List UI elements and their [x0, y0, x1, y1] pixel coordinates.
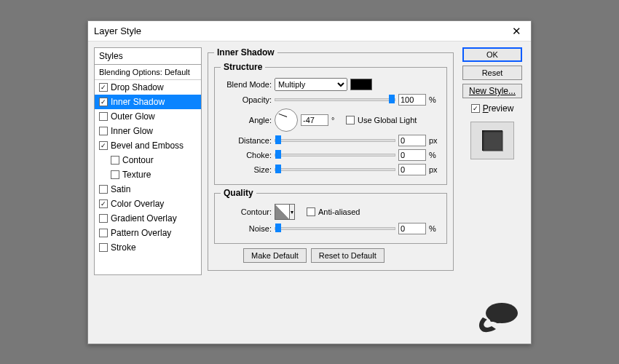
style-label: Color Overlay	[111, 199, 164, 209]
style-checkbox[interactable]	[99, 243, 108, 252]
style-checkbox[interactable]	[99, 141, 108, 150]
opacity-input[interactable]	[398, 94, 426, 106]
use-global-light-label: Use Global Light	[358, 116, 417, 124]
svg-rect-2	[496, 304, 500, 323]
style-item-color-overlay[interactable]: Color Overlay	[95, 197, 201, 211]
noise-input[interactable]	[398, 223, 426, 234]
size-label: Size:	[221, 165, 272, 174]
preview-label: Preview	[483, 103, 514, 114]
style-checkbox[interactable]	[111, 156, 119, 165]
style-label: Outer Glow	[111, 111, 155, 122]
style-item-pattern-overlay[interactable]: Pattern Overlay	[95, 226, 201, 240]
opacity-unit: %	[429, 95, 441, 104]
opacity-slider[interactable]	[275, 98, 395, 101]
choke-input[interactable]	[398, 149, 426, 161]
style-label: Satin	[111, 184, 130, 194]
style-item-satin[interactable]: Satin	[95, 182, 201, 197]
style-label: Contour	[122, 155, 154, 165]
right-panel: OK Reset New Style... Preview	[460, 47, 525, 275]
make-default-button[interactable]: Make Default	[243, 248, 307, 263]
angle-label: Angle:	[221, 116, 272, 124]
dialog-title: Layer Style	[94, 25, 141, 36]
panel-title: Inner Shadow	[214, 47, 277, 58]
style-checkbox[interactable]	[99, 127, 108, 135]
distance-label: Distance:	[221, 136, 272, 145]
use-global-light-checkbox[interactable]	[346, 116, 355, 124]
shadow-color-swatch[interactable]	[350, 79, 372, 90]
size-unit: px	[429, 165, 441, 174]
close-icon[interactable]: ✕	[508, 23, 525, 40]
style-item-contour[interactable]: Contour	[95, 153, 201, 167]
quality-title: Quality	[221, 188, 256, 198]
style-checkbox[interactable]	[111, 170, 119, 179]
blend-mode-label: Blend Mode:	[221, 80, 272, 89]
style-checkbox[interactable]	[99, 185, 108, 194]
structure-title: Structure	[221, 62, 265, 72]
choke-label: Choke:	[221, 151, 272, 159]
style-label: Texture	[122, 170, 151, 180]
style-item-outer-glow[interactable]: Outer Glow	[95, 109, 201, 124]
style-item-drop-shadow[interactable]: Drop Shadow	[95, 80, 201, 95]
noise-unit: %	[429, 224, 441, 233]
reset-to-default-button[interactable]: Reset to Default	[311, 248, 385, 263]
preview-checkbox[interactable]	[471, 104, 480, 113]
choke-unit: %	[429, 151, 441, 159]
noise-label: Noise:	[221, 224, 272, 233]
chevron-down-icon[interactable]: ▾	[289, 205, 294, 219]
structure-group: Structure Blend Mode: Multiply Opacity: …	[214, 62, 447, 185]
style-checkbox[interactable]	[99, 214, 108, 223]
antialiased-checkbox[interactable]	[307, 207, 315, 216]
watermark-logo	[470, 297, 522, 336]
blending-options[interactable]: Blending Options: Default	[95, 65, 201, 80]
styles-header[interactable]: Styles	[95, 48, 201, 65]
style-checkbox[interactable]	[99, 229, 108, 237]
style-checkbox[interactable]	[99, 112, 108, 121]
style-label: Drop Shadow	[111, 82, 164, 92]
angle-input[interactable]	[301, 114, 328, 126]
distance-slider[interactable]	[275, 139, 395, 142]
antialiased-label: Anti-aliased	[318, 207, 360, 216]
distance-input[interactable]	[398, 135, 426, 146]
titlebar: Layer Style ✕	[88, 21, 531, 41]
new-style-button[interactable]: New Style...	[462, 84, 522, 98]
blend-mode-select[interactable]: Multiply	[275, 78, 347, 91]
choke-slider[interactable]	[275, 154, 395, 157]
angle-dial[interactable]	[275, 108, 298, 132]
noise-slider[interactable]	[275, 227, 395, 230]
style-checkbox[interactable]	[99, 199, 108, 208]
style-checkbox[interactable]	[99, 98, 108, 106]
style-item-gradient-overlay[interactable]: Gradient Overlay	[95, 211, 201, 226]
svg-rect-1	[490, 306, 494, 322]
style-item-inner-shadow[interactable]: Inner Shadow	[95, 95, 201, 109]
style-item-stroke[interactable]: Stroke	[95, 240, 201, 255]
contour-picker[interactable]: ▾	[275, 204, 295, 220]
svg-rect-4	[508, 309, 511, 320]
contour-label: Contour:	[221, 207, 272, 216]
style-item-texture[interactable]: Texture	[95, 167, 201, 182]
preview-thumbnail	[470, 122, 514, 159]
style-label: Inner Shadow	[111, 97, 165, 107]
style-checkbox[interactable]	[99, 83, 108, 92]
inner-shadow-group: Inner Shadow Structure Blend Mode: Multi…	[208, 47, 454, 271]
angle-unit: °	[331, 116, 343, 124]
settings-panel: Inner Shadow Structure Blend Mode: Multi…	[208, 47, 454, 275]
reset-button[interactable]: Reset	[462, 66, 522, 80]
quality-group: Quality Contour: ▾ Anti-aliased Noise:	[214, 188, 447, 244]
style-label: Stroke	[111, 242, 136, 253]
style-label: Pattern Overlay	[111, 228, 171, 238]
style-label: Inner Glow	[111, 126, 153, 136]
layer-style-dialog: Layer Style ✕ Styles Blending Options: D…	[87, 20, 532, 344]
size-input[interactable]	[398, 164, 426, 175]
size-slider[interactable]	[275, 168, 395, 171]
svg-rect-3	[502, 306, 505, 322]
style-label: Bevel and Emboss	[111, 141, 184, 151]
style-item-inner-glow[interactable]: Inner Glow	[95, 124, 201, 138]
style-label: Gradient Overlay	[111, 213, 177, 223]
ok-button[interactable]: OK	[462, 47, 522, 62]
styles-panel: Styles Blending Options: Default Drop Sh…	[94, 47, 202, 275]
distance-unit: px	[429, 136, 441, 145]
style-item-bevel-and-emboss[interactable]: Bevel and Emboss	[95, 138, 201, 153]
opacity-label: Opacity:	[221, 95, 272, 104]
